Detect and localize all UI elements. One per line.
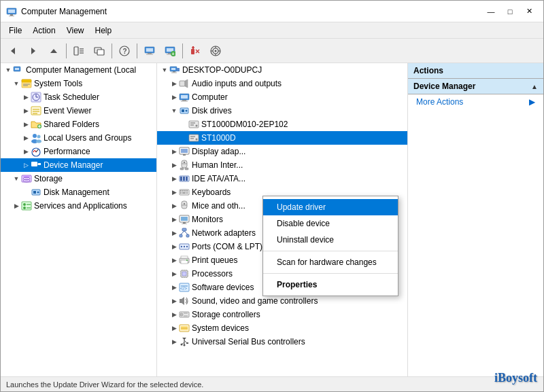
up-button[interactable] bbox=[44, 41, 63, 60]
svg-line-129 bbox=[184, 231, 188, 234]
svg-text:</>: </> bbox=[180, 286, 187, 291]
open-new-window-button[interactable] bbox=[90, 41, 109, 60]
svg-marker-155 bbox=[180, 297, 184, 305]
svg-rect-107 bbox=[180, 177, 182, 181]
device-system[interactable]: ▶ System devices bbox=[157, 321, 407, 335]
svg-rect-79 bbox=[171, 73, 177, 73]
help-icon: ? bbox=[119, 46, 130, 56]
actions-device-manager-header[interactable]: Device Manager ▲ bbox=[408, 79, 543, 94]
svg-rect-77 bbox=[171, 68, 175, 70]
display-expander: ▶ bbox=[169, 147, 179, 156]
device-manager-icon bbox=[31, 160, 41, 171]
svg-point-133 bbox=[186, 246, 188, 247]
tree-storage[interactable]: ▼ Storage bbox=[1, 172, 156, 185]
properties-button[interactable] bbox=[206, 41, 225, 60]
svg-marker-165 bbox=[182, 338, 186, 340]
back-button[interactable] bbox=[3, 41, 22, 60]
tree-system-tools[interactable]: ▼ System Tools bbox=[1, 77, 156, 90]
maximize-button[interactable]: □ bbox=[501, 5, 519, 18]
keyboard-icon bbox=[179, 187, 190, 198]
forward-icon bbox=[29, 46, 38, 56]
audio-icon bbox=[179, 78, 190, 89]
new-window-icon bbox=[94, 46, 105, 56]
services-expander: ▶ bbox=[12, 201, 21, 211]
keyboard-label: Keyboards bbox=[192, 188, 231, 197]
device-ide[interactable]: ▶ IDE ATA/ATA... bbox=[157, 172, 407, 185]
left-pane: ▼ Computer Management (Local ▼ System To… bbox=[1, 63, 157, 376]
computer-button[interactable] bbox=[140, 41, 159, 60]
menu-file[interactable]: File bbox=[3, 24, 27, 37]
toolbar-sep-4 bbox=[182, 43, 183, 58]
menu-view[interactable]: View bbox=[61, 24, 90, 37]
tree-shared-folders[interactable]: ▶ Shared Folders bbox=[1, 118, 156, 131]
keyboard-expander: ▶ bbox=[169, 188, 179, 197]
connect-button[interactable]: + bbox=[160, 41, 180, 60]
svg-rect-38 bbox=[15, 68, 19, 70]
middle-pane: ▼ DESKTOP-O0DUPCJ ▶ Audio inputs and out… bbox=[157, 63, 407, 376]
context-uninstall-device[interactable]: Uninstall device bbox=[263, 232, 398, 248]
svg-rect-100 bbox=[183, 154, 186, 156]
device-root[interactable]: ▼ DESKTOP-O0DUPCJ bbox=[157, 63, 407, 77]
actions-more-actions[interactable]: More Actions ▶ bbox=[408, 94, 543, 109]
svg-point-169 bbox=[181, 344, 183, 346]
svg-rect-88 bbox=[182, 109, 184, 112]
device-usb[interactable]: ▶ Universal Serial Bus controllers bbox=[157, 335, 407, 349]
device-display[interactable]: ▶ Display adap... bbox=[157, 145, 407, 158]
properties-icon bbox=[210, 46, 221, 56]
svg-rect-40 bbox=[22, 79, 31, 82]
app-icon bbox=[6, 6, 17, 17]
svg-rect-109 bbox=[186, 177, 188, 181]
device-hdd2[interactable]: ▷ ST1000D bbox=[157, 131, 407, 145]
svg-text:+: + bbox=[172, 52, 175, 56]
sound-icon bbox=[179, 296, 190, 306]
context-properties[interactable]: Properties bbox=[263, 277, 398, 293]
tree-services[interactable]: ▶ Services and Applications bbox=[1, 199, 156, 213]
device-computer[interactable]: ▶ Computer bbox=[157, 90, 407, 104]
device-disk-drives[interactable]: ▼ Disk drives bbox=[157, 104, 407, 118]
tree-root[interactable]: ▼ Computer Management (Local bbox=[1, 63, 156, 77]
svg-rect-84 bbox=[181, 95, 188, 99]
show-hide-tree-button[interactable] bbox=[69, 41, 88, 60]
menu-help[interactable]: Help bbox=[90, 24, 118, 37]
minimize-button[interactable]: — bbox=[482, 5, 500, 18]
hdd2-expander: ▷ bbox=[179, 133, 188, 143]
hid-icon bbox=[179, 160, 190, 171]
monitors-label: Monitors bbox=[192, 215, 223, 224]
right-pane: Actions Device Manager ▲ More Actions ▶ bbox=[407, 63, 543, 376]
device-storage-ctrl[interactable]: ▶ Storage controllers bbox=[157, 308, 407, 321]
network-label: Network adapters bbox=[192, 228, 256, 238]
svg-rect-124 bbox=[182, 224, 187, 224]
tree-local-users[interactable]: ▶ Local Users and Groups bbox=[1, 131, 156, 145]
shared-folders-icon bbox=[31, 119, 41, 130]
close-button[interactable]: ✕ bbox=[520, 5, 538, 18]
tree-event-viewer[interactable]: ▶ Event Viewer bbox=[1, 104, 156, 118]
device-hdd1[interactable]: ▷ ST1000DM010-2EP102 bbox=[157, 118, 407, 131]
svg-point-131 bbox=[181, 246, 182, 247]
svg-rect-139 bbox=[182, 272, 186, 276]
title-text: Computer Management bbox=[21, 7, 107, 16]
menu-action[interactable]: Action bbox=[27, 24, 61, 37]
tree-device-manager[interactable]: ▷ Device Manager bbox=[1, 158, 156, 172]
shared-folders-expander: ▶ bbox=[21, 120, 31, 129]
storage-ctrl-expander: ▶ bbox=[169, 310, 179, 319]
svg-point-97 bbox=[196, 139, 198, 141]
tree-disk-management[interactable]: ▷ Disk Management bbox=[1, 185, 156, 199]
context-update-driver[interactable]: Update driver bbox=[263, 199, 398, 215]
storage-ctrl-label: Storage controllers bbox=[192, 310, 260, 319]
device-hid[interactable]: ▶ Human Inter... bbox=[157, 158, 407, 172]
context-scan-changes[interactable]: Scan for hardware changes bbox=[263, 254, 398, 270]
help-button[interactable]: ? bbox=[115, 41, 134, 60]
device-sound[interactable]: ▶ Sound, video and game controllers bbox=[157, 294, 407, 308]
svg-marker-6 bbox=[50, 49, 57, 53]
print-label: Print queues bbox=[192, 255, 237, 265]
hid-label: Human Inter... bbox=[192, 160, 243, 170]
disconnect-icon bbox=[190, 46, 201, 56]
tree-task-scheduler[interactable]: ▶ Task Scheduler bbox=[1, 90, 156, 104]
tree-performance[interactable]: ▶ Performance bbox=[1, 145, 156, 158]
context-disable-device[interactable]: Disable device bbox=[263, 215, 398, 232]
disconnect-button[interactable] bbox=[186, 41, 205, 60]
tree-icon bbox=[73, 46, 84, 56]
forward-button[interactable] bbox=[24, 41, 43, 60]
device-audio[interactable]: ▶ Audio inputs and outputs bbox=[157, 77, 407, 90]
actions-device-manager-title: Device Manager bbox=[413, 82, 475, 91]
